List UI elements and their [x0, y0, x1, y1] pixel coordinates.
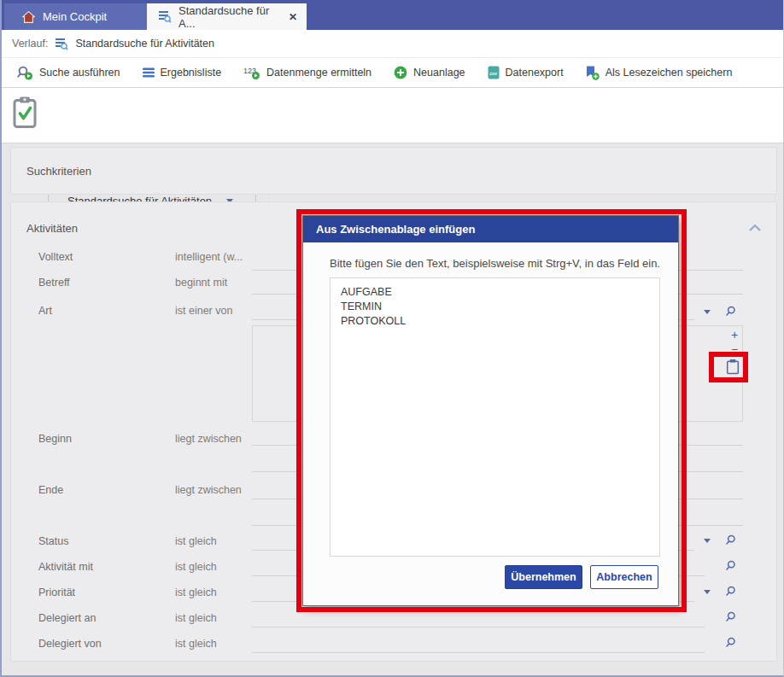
search-list-icon — [158, 10, 172, 23]
add-value-button[interactable]: + — [728, 329, 740, 341]
csv-export-icon: csv — [488, 66, 500, 79]
toolbar-label: Datenmenge ermitteln — [266, 67, 372, 79]
field-operator-delegiert-von: ist gleich — [175, 638, 217, 650]
toolbar-label: Datenexport — [506, 67, 564, 79]
field-label-beginn: Beginn — [38, 433, 72, 445]
field-label-delegiert-von: Delegiert von — [38, 638, 102, 650]
field-label-prioritaet: Priorität — [38, 587, 75, 598]
search-icon[interactable] — [725, 611, 736, 622]
search-run-icon — [17, 66, 33, 80]
count-123-icon: 123 — [243, 66, 260, 80]
tab-standardsuche[interactable]: Standardsuche für A... ✕ — [147, 3, 307, 30]
action-toolbar: Suche ausführen Ergebnisliste 123 Datenm… — [2, 58, 783, 88]
clipboard-check-icon — [12, 96, 38, 130]
bookmark-add-icon — [586, 66, 600, 80]
field-operator-aktivitaet-mit: ist gleich — [175, 561, 217, 573]
field-label-ende: Ende — [38, 484, 63, 496]
result-list-icon — [143, 67, 155, 78]
field-label-delegiert-an: Delegiert an — [38, 612, 96, 624]
search-icon[interactable] — [725, 534, 736, 546]
search-icon[interactable] — [725, 560, 736, 571]
tab-label: Mein Cockpit — [43, 10, 107, 23]
search-icon[interactable] — [725, 586, 736, 597]
highlight-frame-clipboard-button — [709, 352, 748, 382]
field-operator-delegiert-an: ist gleich — [175, 612, 217, 624]
field-label-art: Art — [38, 305, 52, 317]
field-operator-status: ist gleich — [175, 535, 217, 547]
field-operator-beginn: liegt zwischen — [175, 433, 242, 445]
tab-label: Standardsuche für A... — [178, 4, 282, 30]
toolbar-label: Suche ausführen — [39, 67, 120, 79]
app-window: Mein Cockpit Standardsuche für A... ✕ Ve… — [0, 0, 784, 677]
history-entry[interactable]: Standardsuche für Aktivitäten — [75, 38, 214, 50]
tab-bar: Mein Cockpit Standardsuche für A... ✕ — [2, 0, 783, 30]
home-icon — [22, 11, 35, 23]
svg-text:csv: csv — [489, 71, 497, 76]
field-label-betreff: Betreff — [38, 277, 70, 289]
toolbar-label: Ergebnisliste — [161, 67, 222, 79]
chevron-down-icon[interactable] — [704, 590, 711, 594]
toolbar-label: Neuanlage — [413, 67, 465, 79]
toolbar-label: Als Lesezeichen speichern — [606, 67, 733, 79]
history-label: Verlauf: — [12, 38, 48, 50]
field-label-status: Status — [38, 535, 68, 547]
field-operator-betreff: beginnt mit — [175, 277, 227, 289]
history-bar: Verlauf: Standardsuche für Aktivitäten — [2, 30, 783, 58]
chevron-up-icon[interactable] — [749, 225, 761, 231]
chevron-down-icon[interactable] — [704, 310, 711, 314]
highlight-frame-dialog — [296, 209, 687, 612]
save-bookmark-button[interactable]: Als Lesezeichen speichern — [575, 58, 744, 87]
field-operator-ende: liegt zwischen — [175, 484, 242, 496]
search-picker-row: Suche auswählen Standardsuche für Aktivi… — [2, 88, 783, 143]
run-search-button[interactable]: Suche ausführen — [6, 58, 132, 87]
tab-mein-cockpit[interactable]: Mein Cockpit — [4, 3, 147, 30]
section-title: Suchkriterien — [26, 165, 91, 178]
field-label-aktivitaet-mit: Aktivität mit — [38, 561, 93, 573]
count-records-button[interactable]: 123 Datenmenge ermitteln — [232, 58, 383, 87]
field-label-volltext: Volltext — [38, 251, 73, 263]
close-icon[interactable]: ✕ — [289, 11, 297, 23]
search-icon[interactable] — [725, 637, 736, 648]
section-suchkriterien: Suchkriterien — [10, 147, 777, 195]
field-operator-art: ist einer von — [175, 305, 232, 317]
search-icon[interactable] — [725, 306, 736, 317]
new-record-button[interactable]: Neuanlage — [383, 58, 476, 87]
chevron-down-icon[interactable] — [704, 539, 711, 543]
input-delegiert-an[interactable] — [252, 627, 705, 627]
section-title: Aktivitäten — [26, 222, 78, 235]
data-export-button[interactable]: csv Datenexport — [477, 58, 575, 87]
add-circle-icon — [394, 66, 407, 79]
result-list-button[interactable]: Ergebnisliste — [132, 58, 233, 87]
field-operator-prioritaet: ist gleich — [175, 587, 217, 598]
field-operator-volltext: intelligent (w... — [175, 251, 243, 263]
search-list-icon — [55, 38, 68, 50]
input-delegiert-von[interactable] — [252, 652, 705, 653]
